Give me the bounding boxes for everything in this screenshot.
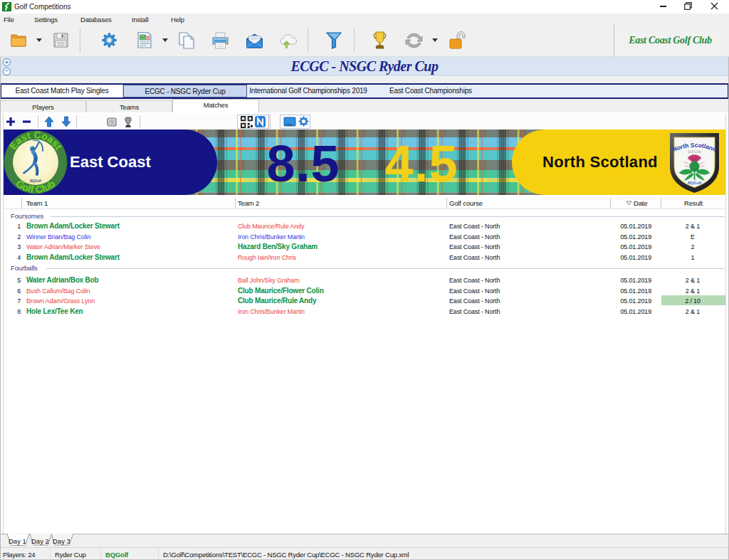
svg-text:BQGolf: BQGolf xyxy=(30,179,41,183)
svg-text:BQGolf: BQGolf xyxy=(688,181,701,185)
svg-text:Golf Club: Golf Club xyxy=(688,150,701,154)
